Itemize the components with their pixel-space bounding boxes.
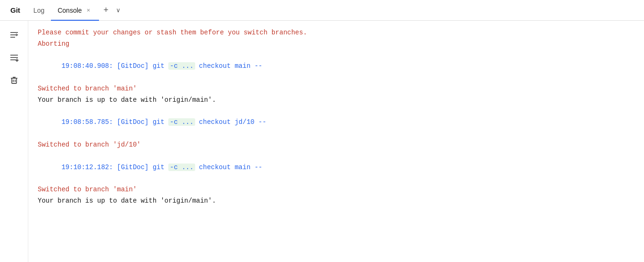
console-line-10: Your branch is up to date with 'origin/m… [38,196,635,207]
tab-bar: Git Log Console × + ∨ [0,0,644,21]
console-line-7: Switched to branch 'jd/10' [38,139,635,151]
console-line-2: Aborting [38,39,635,50]
console-line-6-highlight: -c ... [168,118,195,126]
tab-chevron[interactable]: ∨ [113,0,124,21]
console-line-8-prefix: 19:10:12.182: [GitDoc] git [61,164,168,171]
console-line-3-suffix: checkout main -- [195,62,263,70]
console-line-3: 19:08:40.908: [GitDoc] git -c ... checko… [38,50,635,83]
console-line-3-prefix: 19:08:40.908: [GitDoc] git [61,62,168,70]
sidebar [0,21,28,262]
wrap-lines-icon[interactable] [7,27,22,42]
trash-icon[interactable] [7,73,22,88]
console-line-6-prefix: 19:08:58.785: [GitDoc] git [61,118,168,126]
console-line-3-highlight: -c ... [168,62,195,70]
tab-git[interactable]: Git [4,0,27,21]
console-line-8-suffix: checkout main -- [195,164,263,171]
console-line-8-highlight: -c ... [168,164,195,171]
tab-console[interactable]: Console × [51,0,99,21]
console-line-6-suffix: checkout jd/10 -- [195,118,266,126]
svg-rect-6 [12,78,17,83]
console-output: Please commit your changes or stash them… [28,21,644,262]
console-line-6: 19:08:58.785: [GitDoc] git -c ... checko… [38,106,635,139]
main-area: Please commit your changes or stash them… [0,21,644,262]
tab-log-label: Log [33,7,44,14]
tab-console-close[interactable]: × [85,7,92,14]
console-line-1: Please commit your changes or stash them… [38,27,635,39]
console-line-4: Switched to branch 'main' [38,83,635,95]
tab-console-label: Console [58,7,82,14]
console-line-8: 19:10:12.182: [GitDoc] git -c ... checko… [38,151,635,184]
tab-log[interactable]: Log [27,0,51,21]
console-line-9: Switched to branch 'main' [38,184,635,196]
tab-add-button[interactable]: + [99,0,114,21]
console-line-5: Your branch is up to date with 'origin/m… [38,95,635,106]
download-lines-icon[interactable] [7,50,22,65]
